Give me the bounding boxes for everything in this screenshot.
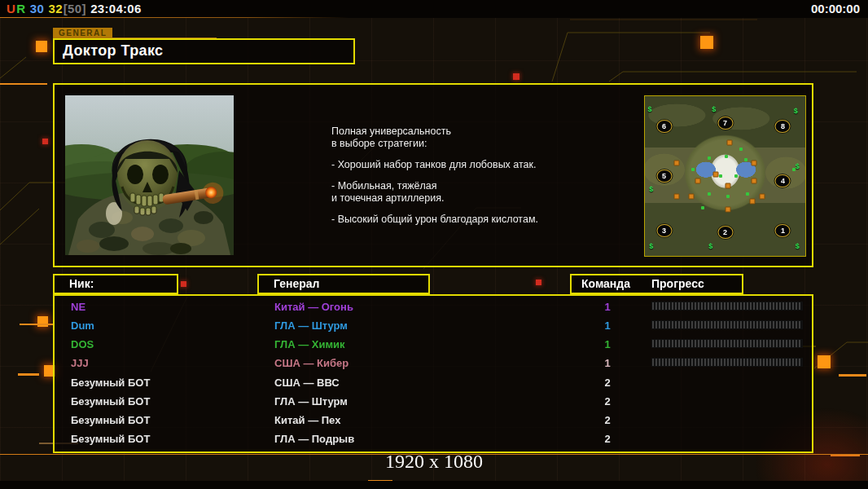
progress-segment	[750, 302, 752, 310]
progress-segment	[665, 321, 667, 328]
progress-segment	[691, 321, 693, 328]
progress-segment	[721, 340, 722, 347]
progress-segment	[669, 302, 670, 310]
progress-segment	[695, 359, 696, 366]
player-general: ГЛА — Химик	[274, 338, 345, 350]
description-line: - Мобильная, тяжёлая	[331, 180, 608, 192]
progress-segment	[776, 321, 778, 328]
progress-segment	[659, 340, 660, 347]
player-row: NEКитай — Огонь1	[55, 298, 812, 317]
progress-segment	[685, 340, 686, 347]
progress-segment	[669, 321, 670, 328]
progress-segment	[659, 302, 660, 310]
resolution-label: 1920 x 1080	[0, 451, 868, 473]
stat-segment: 23:04:06	[87, 2, 142, 15]
top-bar-underline	[0, 17, 349, 18]
progress-segment	[769, 359, 771, 366]
progress-segment	[682, 340, 683, 347]
progress-segment	[743, 321, 745, 328]
player-nick: Безумный БОТ	[71, 433, 150, 445]
progress-segment	[734, 321, 735, 328]
progress-segment	[724, 340, 726, 347]
progress-segment	[675, 321, 677, 328]
player-nick: Безумный БОТ	[71, 395, 150, 408]
map-supply-dot	[726, 207, 731, 213]
progress-segment	[796, 359, 797, 366]
progress-segment	[753, 321, 755, 328]
description-line	[331, 171, 608, 180]
minimap: $$$$$$$$67854321	[644, 95, 806, 257]
progress-segment	[756, 340, 758, 347]
progress-segment	[734, 340, 735, 347]
map-supply-dot	[751, 178, 756, 183]
player-team: 2	[595, 377, 620, 389]
stat-segment: [50]	[64, 2, 86, 15]
progress-segment	[786, 302, 787, 310]
decor-dash	[0, 83, 47, 85]
progress-segment	[675, 359, 677, 366]
progress-segment	[779, 302, 781, 310]
progress-segment	[721, 321, 722, 328]
progress-segment	[792, 302, 794, 310]
decor-square	[818, 355, 831, 368]
loading-progress-bar	[651, 358, 803, 367]
player-team: 1	[595, 301, 620, 313]
map-money-icon: $	[647, 105, 651, 113]
progress-segment	[792, 321, 794, 328]
progress-segment	[737, 340, 739, 347]
progress-segment	[753, 340, 755, 347]
progress-segment	[704, 302, 706, 310]
progress-segment	[799, 321, 800, 328]
progress-segment	[701, 340, 703, 347]
progress-segment	[704, 321, 706, 328]
player-row: Безумный БОТКитай — Пех2	[55, 412, 812, 430]
progress-segment	[769, 302, 771, 310]
progress-segment	[685, 321, 686, 328]
progress-segment	[779, 359, 781, 366]
progress-segment	[783, 340, 784, 347]
progress-segment	[796, 340, 797, 347]
progress-segment	[691, 359, 693, 366]
progress-segment	[711, 321, 712, 328]
progress-segment	[734, 302, 735, 310]
player-row: JJJСША — Кибер1	[55, 355, 812, 373]
progress-segment	[769, 321, 771, 328]
progress-segment	[672, 359, 673, 366]
progress-segment	[652, 302, 654, 310]
decor-square-red	[181, 281, 186, 287]
progress-segment	[688, 359, 690, 366]
progress-segment	[695, 302, 696, 310]
progress-segment	[796, 302, 797, 310]
map-money-icon: $	[794, 107, 798, 115]
progress-segment	[708, 321, 709, 328]
progress-segment	[675, 302, 677, 310]
progress-segment	[786, 340, 787, 347]
player-general: ГЛА — Подрыв	[274, 433, 354, 445]
progress-segment	[682, 321, 683, 328]
map-resource-dot	[726, 195, 730, 198]
progress-segment	[730, 359, 732, 366]
map-money-icon: $	[796, 242, 800, 250]
description-line	[331, 150, 608, 159]
progress-segment	[652, 359, 654, 366]
progress-segment	[730, 321, 732, 328]
header-general: Генерал	[257, 274, 430, 294]
progress-segment	[724, 321, 726, 328]
map-start-position: 2	[717, 226, 733, 239]
progress-segment	[652, 340, 654, 347]
progress-segment	[760, 340, 761, 347]
map-resource-dot	[739, 148, 743, 151]
progress-segment	[766, 359, 768, 366]
bottom-strip	[0, 481, 868, 489]
progress-segment	[655, 321, 657, 328]
player-nick: JJJ	[71, 357, 89, 369]
progress-segment	[779, 321, 781, 328]
progress-segment	[740, 302, 742, 310]
progress-segment	[747, 359, 748, 366]
map-resource-dot	[744, 158, 747, 161]
player-nick: Безумный БОТ	[71, 377, 150, 389]
decor-square	[36, 41, 47, 52]
progress-segment	[708, 302, 709, 310]
progress-segment	[753, 359, 755, 366]
decor-square	[700, 36, 713, 49]
